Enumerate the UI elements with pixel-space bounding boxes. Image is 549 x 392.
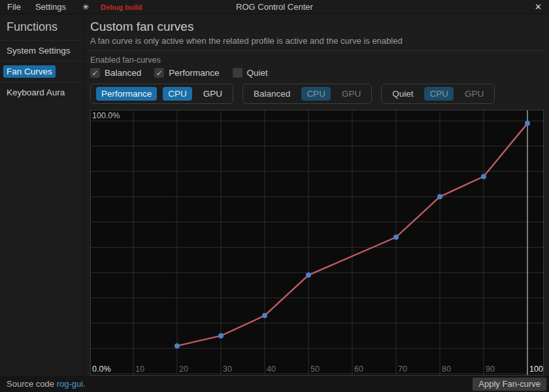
- sidebar-item-keyboard-aura[interactable]: Keyboard Aura: [0, 82, 84, 103]
- sun-icon[interactable]: ✳: [82, 3, 89, 12]
- checkbox-performance[interactable]: ✓ Performance: [154, 68, 219, 78]
- svg-text:80: 80: [442, 365, 451, 374]
- enabled-curves-row: ✓ Balanced ✓ Performance ✓ Quiet: [90, 68, 544, 78]
- source-code-link[interactable]: rog-gui.: [57, 379, 86, 389]
- sidebar: Functions System Settings Fan Curves Key…: [0, 14, 85, 376]
- enabled-fan-curves-label: Enabled fan-curves: [90, 56, 544, 65]
- svg-text:100: 100: [529, 365, 543, 374]
- svg-text:100.0%: 100.0%: [92, 111, 120, 120]
- profile-tab-row: Performance CPU GPU Balanced CPU GPU Qui…: [90, 84, 544, 104]
- svg-text:40: 40: [267, 365, 276, 374]
- fan-curve-point: [175, 343, 180, 348]
- checkbox-label: Performance: [169, 68, 219, 78]
- checkbox-label: Quiet: [247, 68, 268, 78]
- titlebar: File Settings ✳ Debug build ROG Control …: [0, 0, 549, 14]
- main-panel: Custom fan curves A fan curve is only ac…: [85, 14, 549, 376]
- tab-quiet-gpu[interactable]: GPU: [459, 87, 489, 101]
- footer-bar: Source code rog-gui. Apply Fan-curve: [0, 376, 549, 392]
- close-icon[interactable]: ✕: [535, 2, 542, 12]
- fan-curve-point: [525, 121, 530, 126]
- checkbox-icon: ✓: [233, 68, 242, 78]
- fan-curve-point: [481, 174, 486, 179]
- tab-group-performance: Performance CPU GPU: [90, 84, 233, 104]
- sidebar-item-label: System Settings: [3, 44, 74, 57]
- tab-quiet[interactable]: Quiet: [387, 87, 418, 101]
- checkbox-icon: ✓: [154, 68, 164, 78]
- checkbox-label: Balanced: [105, 68, 141, 78]
- menu-file[interactable]: File: [0, 2, 28, 12]
- tab-quiet-cpu[interactable]: CPU: [424, 87, 454, 101]
- svg-text:30: 30: [223, 365, 232, 374]
- tab-balanced[interactable]: Balanced: [248, 87, 295, 101]
- tab-balanced-cpu[interactable]: CPU: [301, 87, 331, 101]
- source-label: Source code: [7, 379, 54, 389]
- svg-text:60: 60: [354, 365, 363, 374]
- svg-text:70: 70: [398, 365, 407, 374]
- checkbox-quiet[interactable]: ✓ Quiet: [233, 68, 268, 78]
- source-code-text: Source code rog-gui.: [7, 379, 86, 389]
- tab-balanced-gpu[interactable]: GPU: [337, 87, 366, 101]
- fan-curve-point: [306, 272, 311, 278]
- svg-text:20: 20: [179, 365, 188, 374]
- checkbox-balanced[interactable]: ✓ Balanced: [90, 68, 141, 78]
- checkbox-icon: ✓: [90, 68, 100, 78]
- tab-group-balanced: Balanced CPU GPU: [242, 84, 372, 104]
- sidebar-item-system-settings[interactable]: System Settings: [0, 40, 84, 61]
- tab-performance[interactable]: Performance: [96, 87, 157, 101]
- page-subtitle: A fan curve is only active when the rela…: [90, 36, 544, 46]
- debug-build-badge: Debug build: [101, 3, 142, 11]
- divider: [90, 50, 544, 51]
- tab-performance-gpu[interactable]: GPU: [198, 87, 227, 101]
- fan-curve-point: [393, 235, 399, 240]
- svg-text:50: 50: [310, 365, 320, 374]
- fan-curve-point: [218, 333, 224, 338]
- fan-curve-chart[interactable]: 1020304050607080901000.0%100.0%: [90, 110, 544, 376]
- fan-curve-point: [262, 313, 267, 318]
- svg-text:10: 10: [135, 365, 144, 374]
- fan-curve-point: [437, 194, 442, 199]
- sidebar-header: Functions: [0, 14, 84, 40]
- tab-group-quiet: Quiet CPU GPU: [381, 84, 495, 104]
- svg-text:90: 90: [486, 365, 495, 374]
- sidebar-item-fan-curves[interactable]: Fan Curves: [0, 61, 84, 82]
- apply-fan-curve-button[interactable]: Apply Fan-curve: [473, 378, 546, 391]
- sidebar-item-label: Keyboard Aura: [3, 86, 68, 99]
- tab-performance-cpu[interactable]: CPU: [163, 87, 192, 101]
- page-title: Custom fan curves: [90, 20, 544, 34]
- fan-curve-plot[interactable]: 1020304050607080901000.0%100.0%: [91, 110, 543, 375]
- menu-settings[interactable]: Settings: [28, 2, 73, 12]
- sidebar-item-label: Fan Curves: [3, 65, 56, 78]
- svg-text:0.0%: 0.0%: [92, 365, 111, 374]
